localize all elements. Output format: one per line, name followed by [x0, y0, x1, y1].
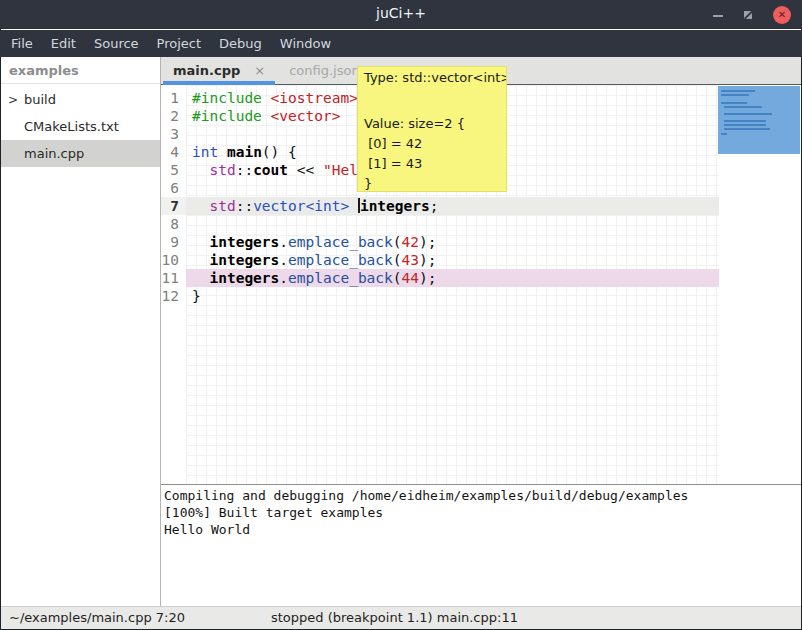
line-number: 6: [161, 179, 186, 197]
code-token: emplace_back: [288, 234, 393, 250]
output-line: [100%] Built target examples: [164, 504, 801, 521]
restore-button[interactable]: [740, 7, 756, 23]
minimap-code-line: [724, 124, 766, 126]
line-number: 12: [161, 287, 186, 305]
menu-item-edit[interactable]: Edit: [42, 30, 85, 57]
code-line-12: 12}: [161, 287, 719, 305]
tab-label: config.json: [289, 63, 360, 78]
code-token: 42: [402, 234, 419, 250]
code-token: int: [192, 144, 218, 160]
code-token: .: [279, 252, 288, 268]
app-window: juCi++ ✕ FileEditSourceProjectDebugWindo…: [0, 0, 802, 630]
code-token: );: [419, 270, 436, 286]
close-button[interactable]: ✕: [773, 6, 791, 24]
statusbar: ~/examples/main.cpp 7:20 stopped (breakp…: [1, 606, 801, 629]
sidebar-item-main-cpp[interactable]: main.cpp: [1, 140, 160, 167]
code-token: emplace_back: [288, 270, 393, 286]
file-tree-sidebar: examples >buildCMakeLists.txtmain.cpp: [1, 57, 160, 606]
menu-item-file[interactable]: File: [2, 30, 42, 57]
line-number: 3: [161, 125, 186, 143]
sidebar-item-cmakelists-txt[interactable]: CMakeLists.txt: [1, 113, 160, 140]
line-number: 8: [161, 215, 186, 233]
code-token: [192, 198, 209, 214]
code-text[interactable]: }: [186, 287, 719, 305]
code-token: [262, 108, 271, 124]
code-token: 43: [402, 252, 419, 268]
code-token: [262, 90, 271, 106]
line-number: 7: [161, 197, 186, 215]
code-text[interactable]: integers.emplace_back(44);: [186, 269, 719, 287]
tooltip-value-line: Value: size=2 {: [364, 114, 506, 134]
minimap-code-line: [724, 106, 762, 108]
code-text[interactable]: [186, 215, 719, 233]
file-tree: >buildCMakeLists.txtmain.cpp: [1, 84, 160, 167]
code-token: ::: [236, 198, 253, 214]
menu-item-debug[interactable]: Debug: [210, 30, 271, 57]
tree-item-label: main.cpp: [24, 146, 84, 161]
code-token: [192, 252, 209, 268]
code-token: }: [192, 288, 201, 304]
code-token: [192, 270, 209, 286]
minimap-code-line: [724, 113, 772, 115]
code-token: emplace_back: [288, 252, 393, 268]
tree-item-label: CMakeLists.txt: [24, 119, 119, 134]
line-number: 9: [161, 233, 186, 251]
tooltip-value-line: [0] = 42: [364, 134, 506, 154]
line-number: 4: [161, 143, 186, 161]
code-token: [192, 234, 209, 250]
close-icon: ✕: [773, 7, 791, 23]
code-token: integers: [209, 270, 279, 286]
code-text[interactable]: integers.emplace_back(43);: [186, 251, 719, 269]
code-text[interactable]: integers.emplace_back(42);: [186, 233, 719, 251]
code-token: (: [393, 252, 402, 268]
code-text[interactable]: std::vector<int> integers;: [186, 197, 719, 215]
menu-item-source[interactable]: Source: [85, 30, 148, 57]
tab-main-cpp[interactable]: main.cpp×: [161, 57, 277, 84]
minimap-code-line: [721, 133, 727, 135]
code-token: .: [279, 270, 288, 286]
minimap[interactable]: [718, 86, 800, 154]
line-number: 1: [161, 89, 186, 107]
output-line: Compiling and debugging /home/eidheim/ex…: [164, 487, 801, 504]
code-token: main: [227, 144, 262, 160]
tooltip-value-line: [1] = 43: [364, 154, 506, 174]
tab-label: main.cpp: [173, 63, 240, 78]
titlebar[interactable]: juCi++ ✕: [0, 0, 802, 29]
tooltip-value-line: }: [364, 174, 506, 192]
code-token: std: [209, 198, 235, 214]
sidebar-item-build[interactable]: >build: [1, 86, 160, 113]
code-token: [218, 144, 227, 160]
project-name-header: examples: [1, 57, 160, 84]
code-token: cout: [253, 162, 288, 178]
code-token: std: [209, 162, 235, 178]
code-token: <vector>: [271, 108, 341, 124]
chevron-right-icon[interactable]: >: [8, 93, 24, 107]
minimap-code-line: [721, 90, 755, 92]
code-line-10: 10 integers.emplace_back(43);: [161, 251, 719, 269]
code-token: (: [393, 270, 402, 286]
menu-item-project[interactable]: Project: [148, 30, 210, 57]
window-title: juCi++: [0, 5, 802, 21]
code-token: integers: [360, 198, 430, 214]
tooltip-type-line: Type: std::vector<int>: [364, 70, 506, 85]
code-token: [349, 198, 358, 214]
minimap-code-line: [721, 94, 749, 96]
code-token: [192, 162, 209, 178]
line-number: 10: [161, 251, 186, 269]
status-file-position: ~/examples/main.cpp 7:20: [9, 610, 185, 625]
code-line-11: 11 integers.emplace_back(44);: [161, 269, 719, 287]
output-line: Hello World: [164, 521, 801, 538]
tree-item-label: build: [24, 92, 56, 107]
build-output-panel[interactable]: Compiling and debugging /home/eidheim/ex…: [161, 484, 801, 606]
tab-close-icon[interactable]: ×: [254, 63, 265, 78]
menu-item-window[interactable]: Window: [271, 30, 340, 57]
code-token: #include: [192, 108, 262, 124]
code-token: integers: [209, 234, 279, 250]
tooltip-value-block: Value: size=2 { [0] = 42 [1] = 43}: [364, 114, 506, 192]
code-token: ;: [430, 198, 439, 214]
code-token: #include: [192, 90, 262, 106]
minimap-code-line: [721, 102, 747, 104]
minimize-button[interactable]: [710, 7, 726, 23]
status-debug-state: stopped (breakpoint 1.1) main.cpp:11: [271, 610, 518, 625]
code-token: vector<int>: [253, 198, 349, 214]
